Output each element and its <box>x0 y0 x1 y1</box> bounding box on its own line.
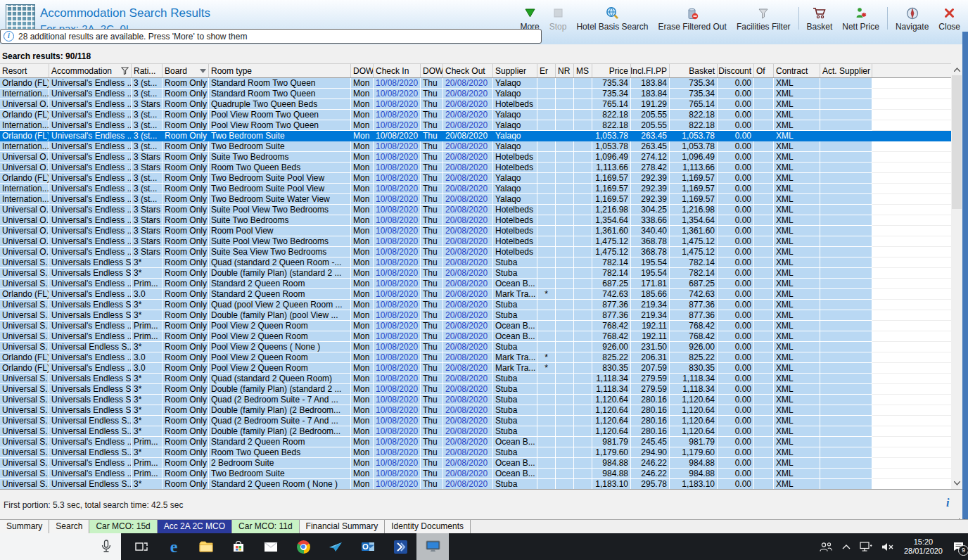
scroll-down-arrow[interactable] <box>951 477 962 489</box>
nett-price-button[interactable]: Nett Price <box>837 5 884 32</box>
task-view-taskbar-icon[interactable] <box>125 533 158 560</box>
column-header-incl-fi-pp[interactable]: Incl.FI.PP <box>631 64 670 77</box>
column-header-room-type[interactable]: Room type <box>209 64 351 77</box>
table-row[interactable]: Orlando (FL)Universal's Endless ...3.0Ro… <box>0 352 962 363</box>
table-row[interactable]: Orlando (FL)Universal's Endless ...3 (st… <box>0 78 962 89</box>
table-row[interactable]: Universal S...Universal's Endless ...Pri… <box>0 321 962 331</box>
tab-identity-documents[interactable]: Identity Documents <box>385 520 471 533</box>
scroll-up-arrow[interactable] <box>951 63 962 75</box>
power-app-taskbar-icon[interactable] <box>384 533 416 560</box>
column-header-price[interactable]: Price <box>592 64 631 77</box>
tab-car-mco-15d[interactable]: Car MCO: 15d <box>89 520 157 533</box>
people-icon[interactable] <box>819 542 833 552</box>
column-header-ms[interactable]: MS <box>574 64 592 77</box>
table-row[interactable]: Orlando (FL)Universal's Endless ...3 (st… <box>0 110 962 120</box>
column-header-check-in[interactable]: Check In <box>374 64 421 77</box>
table-row[interactable]: Universal S...Universals Endless S...3*R… <box>0 300 962 310</box>
column-header-of[interactable]: Of <box>754 64 774 77</box>
outlook-taskbar-icon[interactable] <box>352 533 384 560</box>
table-row[interactable]: Universal S...Universals Endless S...3*R… <box>0 257 962 268</box>
facilities-filter-button[interactable]: Facilities Filter <box>732 5 796 32</box>
volume-muted-icon[interactable] <box>881 542 895 552</box>
table-row-selected[interactable]: Orlando (FL)Universal's Endless ...3 (st… <box>0 131 962 141</box>
tab-financial-summary[interactable]: Financial Summary <box>300 520 386 533</box>
table-row[interactable]: Universal O...Universal's Endless ...3 S… <box>0 163 962 173</box>
filter-funnel-icon[interactable] <box>121 67 129 75</box>
navigate-button[interactable]: Navigate <box>891 5 934 32</box>
table-row[interactable]: Universal S...Universal Endless S...3*Ro… <box>0 416 962 426</box>
table-row[interactable]: Universal S...Universal's Endless ...Pri… <box>0 469 962 479</box>
column-header-resort[interactable]: Resort <box>0 64 49 77</box>
table-row[interactable]: Universal S...Universals Endless S...3*R… <box>0 395 962 405</box>
column-header-dow-in[interactable]: DOW <box>351 64 374 77</box>
table-row[interactable]: Orlando (FL)Universal's Endless ...3.0Ro… <box>0 363 962 374</box>
table-row[interactable]: Universal S...Universal Endless S...3*Ro… <box>0 447 962 458</box>
table-row[interactable]: Universal S...Universal Endless S...3*Ro… <box>0 342 962 352</box>
table-row[interactable]: Universal O...Universal's Endless ...3 S… <box>0 226 962 236</box>
column-header-board[interactable]: Board <box>163 64 209 77</box>
table-row[interactable]: Internation...Universal's Endless ...3 (… <box>0 89 962 99</box>
column-header-er[interactable]: Er <box>537 64 556 77</box>
column-header-basket[interactable]: Basket <box>670 64 718 77</box>
column-header-supplier[interactable]: Supplier <box>493 64 537 77</box>
network-icon[interactable] <box>860 541 872 552</box>
more-button[interactable]: More <box>515 5 544 32</box>
basket-button[interactable]: Basket <box>802 5 838 32</box>
chrome-taskbar-icon[interactable] <box>287 533 319 560</box>
scrollbar-thumb[interactable] <box>952 75 962 209</box>
column-header-nr[interactable]: NR <box>556 64 574 77</box>
table-row[interactable]: Orlando (FL)Universal's Endless ...3.0Ro… <box>0 289 962 300</box>
table-row[interactable]: Universal S...Universals Endless S...3*R… <box>0 310 962 321</box>
table-row[interactable]: Universal O...Universal's Endless ...3 S… <box>0 247 962 257</box>
table-row[interactable]: Internation...Universal's Endless ...3 (… <box>0 194 962 205</box>
booking-app-taskbar-icon[interactable] <box>416 533 449 560</box>
table-row[interactable]: Universal S...Universal's Endless ...Pri… <box>0 458 962 469</box>
table-row[interactable]: Universal O...Universal's Endless ...3 S… <box>0 236 962 247</box>
column-header-contract[interactable]: Contract <box>774 64 820 77</box>
table-row[interactable]: Universal S...Universals Endless S...3*R… <box>0 384 962 395</box>
notification-center[interactable]: 9 <box>952 540 965 553</box>
table-row[interactable]: Universal O...Universal's Endless ...3 S… <box>0 152 962 163</box>
table-row[interactable]: Internation...Universal's Endless ...3 (… <box>0 141 962 152</box>
table-row[interactable]: Orlando (FL)Universal's Endless ...3 (st… <box>0 173 962 184</box>
close-button[interactable]: Close <box>934 5 965 32</box>
erase-filtered-out-button[interactable]: Erase Filtered Out <box>654 5 732 32</box>
column-header-act-supplier[interactable]: Act. Supplier <box>820 64 872 77</box>
tray-expand-icon[interactable] <box>842 544 851 549</box>
table-row[interactable]: Universal S...Universal's Endless ...Pri… <box>0 331 962 342</box>
tab-summary[interactable]: Summary <box>0 520 49 533</box>
table-row[interactable]: Universal S...Universal Endless S...3*Ro… <box>0 479 962 489</box>
column-header-check-out[interactable]: Check Out <box>443 64 493 77</box>
column-header-dow-out[interactable]: DOW <box>421 64 443 77</box>
table-row[interactable]: Internation...Universal's Endless ...3 (… <box>0 120 962 131</box>
table-row[interactable]: Universal O...Universal's Endless ...3 S… <box>0 99 962 110</box>
table-row[interactable]: Universal S...Universal Endless S...3*Ro… <box>0 426 962 437</box>
column-header-discount[interactable]: Discount <box>718 64 754 77</box>
table-row[interactable]: Universal O...Universal's Endless ...3 S… <box>0 205 962 215</box>
tab-search[interactable]: Search <box>49 520 89 533</box>
edge-taskbar-icon[interactable]: e <box>158 533 190 560</box>
file-explorer-taskbar-icon[interactable] <box>190 533 222 560</box>
store-taskbar-icon[interactable] <box>222 533 255 560</box>
tab-acc-2a-2c-mco[interactable]: Acc 2A 2C MCO <box>158 520 232 533</box>
column-header-rating[interactable]: Rati... <box>132 64 163 77</box>
table-row[interactable]: Universal S...Universals Endless S...3*R… <box>0 268 962 279</box>
table-row[interactable]: Universal O...Universal's Endless ...3 S… <box>0 215 962 226</box>
mail-taskbar-icon[interactable] <box>255 533 287 560</box>
status-info-icon[interactable] <box>946 497 949 509</box>
hotel-basis-search-button[interactable]: Hotel Basis Search <box>571 5 653 32</box>
table-row[interactable]: Universal S...Universals Endless S...3*R… <box>0 405 962 416</box>
tab-car-mco-11d[interactable]: Car MCO: 11d <box>232 520 299 533</box>
stop-button[interactable]: Stop <box>544 5 572 32</box>
taskbar-search[interactable] <box>0 533 121 560</box>
table-row[interactable]: Universal S...Universals Endless S...3*R… <box>0 374 962 384</box>
vertical-scrollbar[interactable] <box>951 63 962 489</box>
taskbar-clock[interactable]: 15:20 28/01/2020 <box>904 537 943 556</box>
dropdown-arrow-icon[interactable] <box>200 69 206 73</box>
table-row[interactable]: Universal S...Universal's Endless ...Pri… <box>0 437 962 447</box>
column-header-accommodation[interactable]: Accommodation <box>49 64 132 77</box>
flight-app-taskbar-icon[interactable] <box>319 533 352 560</box>
microphone-icon[interactable] <box>101 540 111 554</box>
table-row[interactable]: Universal S...Universal's Endless ...Pri… <box>0 279 962 289</box>
table-row[interactable]: Internation...Universal's Endless ...3 (… <box>0 184 962 194</box>
